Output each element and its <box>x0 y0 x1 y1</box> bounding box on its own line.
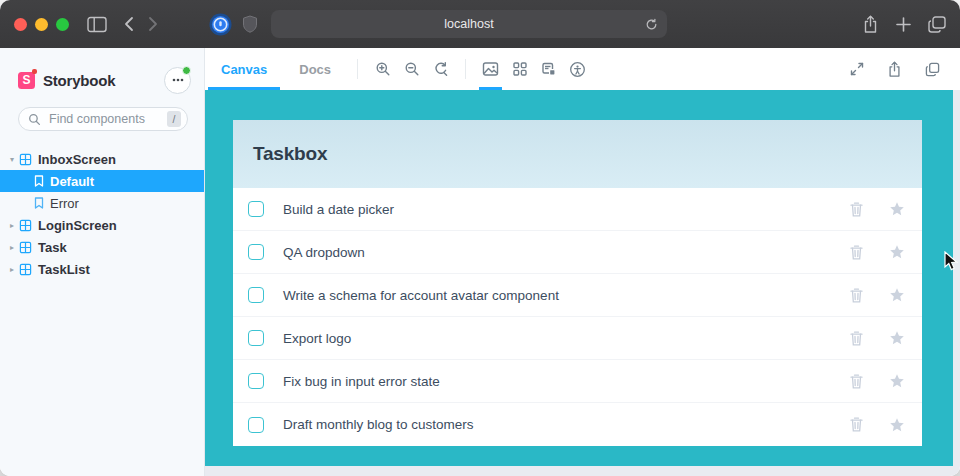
task-row: Write a schema for account avatar compon… <box>233 274 922 317</box>
star-icon <box>889 417 905 433</box>
background-image-icon <box>482 61 499 77</box>
zoom-out-button[interactable] <box>397 48 426 90</box>
storybook-logo-letter: S <box>22 73 30 87</box>
share-icon[interactable] <box>862 15 879 34</box>
open-canvas-new-tab-button[interactable] <box>918 62 947 77</box>
update-available-dot <box>182 66 191 75</box>
component-icon <box>19 219 32 232</box>
trash-icon <box>850 202 863 217</box>
trash-icon <box>850 245 863 260</box>
delete-task-button[interactable] <box>850 288 863 303</box>
backgrounds-button[interactable] <box>476 48 505 90</box>
delete-task-button[interactable] <box>850 417 863 432</box>
sidebar-tree-item[interactable]: ▾ InboxScreen <box>0 148 204 170</box>
accessibility-icon <box>569 61 586 78</box>
sidebar-tree-item[interactable]: ▸ LoginScreen <box>0 214 204 236</box>
trash-icon <box>850 374 863 389</box>
back-button-icon[interactable] <box>123 16 135 32</box>
ellipsis-icon <box>172 78 184 82</box>
zoom-in-button[interactable] <box>368 48 397 90</box>
tab-overview-icon[interactable] <box>928 16 946 33</box>
tree-item-label: Task <box>38 240 67 255</box>
forward-button-icon[interactable] <box>147 16 159 32</box>
pin-task-button[interactable] <box>889 417 905 433</box>
sidebar-tree-item[interactable]: ▸ TaskList <box>0 258 204 280</box>
pin-task-button[interactable] <box>889 244 905 260</box>
pin-task-button[interactable] <box>889 330 905 346</box>
star-icon <box>889 287 905 303</box>
browser-window: localhost <box>0 0 960 476</box>
caret-icon: ▸ <box>5 243 19 252</box>
tree-item-label: LoginScreen <box>38 218 117 233</box>
measure-outline-button[interactable] <box>534 48 563 90</box>
expand-arrows-icon <box>849 61 865 77</box>
star-icon <box>889 373 905 389</box>
task-row: QA dropdown <box>233 231 922 274</box>
tab-docs-label: Docs <box>299 62 331 77</box>
task-row: Build a date picker <box>233 188 922 231</box>
storybook-logo: S <box>18 72 35 89</box>
zoom-reset-button[interactable] <box>426 48 455 90</box>
task-title: Build a date picker <box>283 202 394 217</box>
fullscreen-button[interactable] <box>842 61 871 77</box>
tree-item-label: Default <box>50 174 94 189</box>
share-story-button[interactable] <box>880 61 909 78</box>
onepassword-extension-icon[interactable] <box>209 13 232 36</box>
task-checkbox[interactable] <box>248 373 264 389</box>
delete-task-button[interactable] <box>850 202 863 217</box>
toolbar-divider <box>357 59 358 79</box>
trash-icon <box>850 331 863 346</box>
caret-icon: ▸ <box>5 265 19 274</box>
storybook-toolbar: Canvas Docs <box>205 48 960 90</box>
task-checkbox[interactable] <box>248 417 264 433</box>
taskbox-header: Taskbox <box>233 120 922 188</box>
preview-canvas: Taskbox Build a date picker QA dropdown <box>205 90 960 476</box>
zoom-window-button[interactable] <box>56 18 69 31</box>
star-icon <box>889 201 905 217</box>
task-title: Write a schema for account avatar compon… <box>283 288 559 303</box>
new-tab-icon[interactable] <box>895 16 912 33</box>
taskbox-title: Taskbox <box>253 143 327 165</box>
tab-canvas-label: Canvas <box>221 62 267 77</box>
sidebar-tree-item[interactable]: Default <box>0 170 204 192</box>
delete-task-button[interactable] <box>850 331 863 346</box>
task-checkbox[interactable] <box>248 330 264 346</box>
star-icon <box>889 330 905 346</box>
component-icon <box>19 153 32 166</box>
refresh-icon[interactable] <box>645 17 658 35</box>
address-bar-url: localhost <box>444 17 493 31</box>
sidebar-tree-item[interactable]: Error <box>0 192 204 214</box>
pin-task-button[interactable] <box>889 287 905 303</box>
tab-docs[interactable]: Docs <box>283 48 347 90</box>
pin-task-button[interactable] <box>889 201 905 217</box>
grid-toggle-button[interactable] <box>505 48 534 90</box>
delete-task-button[interactable] <box>850 374 863 389</box>
tab-canvas[interactable]: Canvas <box>205 48 283 90</box>
share-up-icon <box>887 61 902 78</box>
sidebar-menu-button[interactable] <box>164 67 191 94</box>
delete-task-button[interactable] <box>850 245 863 260</box>
task-checkbox[interactable] <box>248 244 264 260</box>
storybook-sidebar: S Storybook / ▾ InboxScreen <box>0 48 205 476</box>
accessibility-button[interactable] <box>563 48 592 90</box>
task-checkbox[interactable] <box>248 287 264 303</box>
minimize-window-button[interactable] <box>35 18 48 31</box>
task-title: Export logo <box>283 331 351 346</box>
story-bookmark-icon <box>34 175 44 187</box>
sidebar-toggle-icon[interactable] <box>87 16 107 33</box>
browser-titlebar: localhost <box>0 0 960 48</box>
pin-task-button[interactable] <box>889 373 905 389</box>
task-row: Draft monthly blog to customers <box>233 403 922 446</box>
component-icon <box>19 263 32 276</box>
search-input[interactable] <box>18 107 188 131</box>
task-checkbox[interactable] <box>248 201 264 217</box>
logo-notification-dot <box>32 69 37 74</box>
address-bar[interactable]: localhost <box>271 10 667 38</box>
story-bookmark-icon <box>34 197 44 209</box>
sidebar-tree-item[interactable]: ▸ Task <box>0 236 204 258</box>
close-window-button[interactable] <box>14 18 27 31</box>
grid-icon <box>512 61 528 77</box>
tree-item-label: Error <box>50 196 79 211</box>
zoom-in-icon <box>375 61 391 77</box>
shield-extension-icon[interactable] <box>242 15 258 33</box>
